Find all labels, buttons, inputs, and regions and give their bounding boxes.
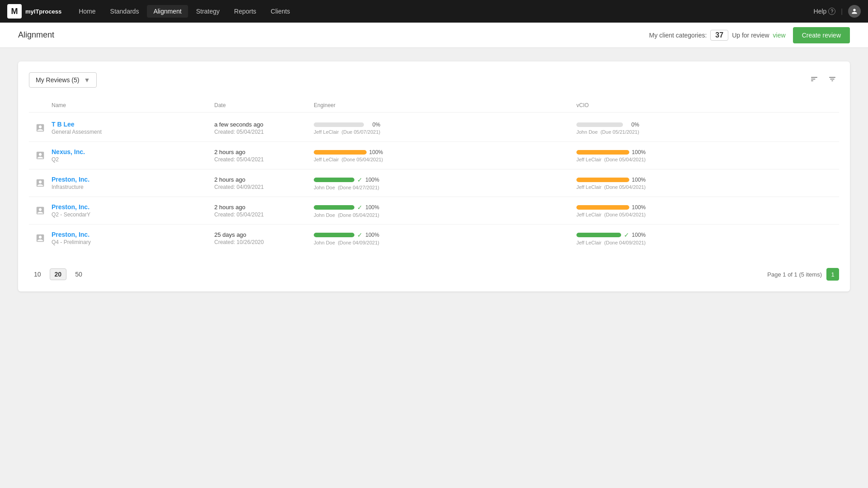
vcio-sub-label-1: Jeff LeClair (Done 05/04/2021): [576, 157, 646, 162]
vcio-sub-label-4: Jeff LeClair (Done 04/09/2021): [576, 240, 646, 245]
engineer-sub-label-1: Jeff LeClair (Done 05/04/2021): [314, 157, 383, 162]
navbar: M myITprocess Home Standards Alignment S…: [0, 0, 868, 23]
col-vcio-header: vCIO: [576, 102, 839, 108]
sort-button[interactable]: [807, 72, 821, 88]
row-date-main-3: 2 hours ago: [214, 204, 314, 211]
vcio-progress-row-1: 100%: [576, 149, 646, 155]
row-engineer-cell-3: ✓ 100% John Doe (Done 05/04/2021): [314, 204, 576, 218]
row-icon-3: [29, 206, 52, 216]
page-info-text: Page 1 of 1 (5 items): [767, 271, 822, 278]
vcio-progress-bar-wrap-2: [576, 178, 629, 182]
row-engineer-cell-0: 0% Jeff LeClair (Due 05/07/2021): [314, 122, 576, 135]
nav-alignment[interactable]: Alignment: [147, 5, 188, 18]
row-name-link-3[interactable]: Preston, Inc.: [52, 203, 214, 211]
table-row: Preston, Inc. Infrastructure 2 hours ago…: [29, 169, 839, 197]
row-name-cell-1: Nexus, Inc. Q2: [52, 148, 214, 163]
engineer-progress-row-4: ✓ 100%: [314, 231, 379, 239]
reviews-dropdown[interactable]: My Reviews (5) ▼: [29, 72, 97, 88]
engineer-progress-bar-wrap-3: [314, 205, 354, 210]
page-number-1[interactable]: 1: [826, 268, 839, 281]
engineer-progress-block-1: 100% Jeff LeClair (Done 05/04/2021): [314, 149, 383, 162]
engineer-progress-row-2: ✓ 100%: [314, 176, 379, 183]
vcio-pct-label-0: 0%: [626, 122, 639, 128]
engineer-progress-block-3: ✓ 100% John Doe (Done 05/04/2021): [314, 204, 379, 218]
row-vcio-cell-4: ✓ 100% Jeff LeClair (Done 04/09/2021): [576, 231, 839, 245]
row-name-link-1[interactable]: Nexus, Inc.: [52, 148, 214, 155]
engineer-pct-label-2: 100%: [365, 177, 379, 183]
dropdown-arrow-icon: ▼: [84, 76, 90, 84]
engineer-check-icon-3: ✓: [357, 204, 363, 211]
nav-right: Help ? |: [814, 5, 861, 18]
nav-reports[interactable]: Reports: [228, 5, 263, 18]
row-subtitle-4: Q4 - Preliminary: [52, 239, 214, 245]
nav-strategy[interactable]: Strategy: [190, 5, 226, 18]
page-header: Alignment My client categories: 37 Up fo…: [0, 23, 868, 48]
page-size-10[interactable]: 10: [29, 268, 46, 280]
row-icon-2: [29, 178, 52, 188]
engineer-sub-label-4: John Doe (Done 04/09/2021): [314, 240, 379, 245]
engineer-check-icon-2: ✓: [357, 176, 363, 183]
vcio-progress-block-4: ✓ 100% Jeff LeClair (Done 04/09/2021): [576, 231, 646, 245]
nav-home[interactable]: Home: [72, 5, 102, 18]
table-row: Preston, Inc. Q4 - Preliminary 25 days a…: [29, 225, 839, 252]
app-logo[interactable]: M myITprocess: [7, 4, 61, 19]
engineer-progress-bar-wrap-0: [314, 122, 364, 127]
vcio-progress-bar-fill-1: [576, 150, 629, 155]
nav-standards[interactable]: Standards: [104, 5, 146, 18]
vcio-progress-row-0: 0%: [576, 122, 639, 128]
client-categories-label: My client categories:: [649, 32, 707, 39]
page-info: Page 1 of 1 (5 items) 1: [767, 268, 839, 281]
vcio-progress-bar-fill-4: [576, 233, 621, 237]
row-date-created-0: Created: 05/04/2021: [214, 129, 314, 135]
header-right: My client categories: 37 Up for review v…: [649, 27, 850, 43]
client-categories: My client categories: 37 Up for review v…: [649, 30, 786, 41]
up-for-review-view-link[interactable]: view: [773, 32, 786, 39]
engineer-pct-label-4: 100%: [365, 232, 379, 238]
vcio-progress-block-1: 100% Jeff LeClair (Done 05/04/2021): [576, 149, 646, 162]
vcio-progress-bar-fill-2: [576, 178, 629, 182]
vcio-sub-label-3: Jeff LeClair (Done 05/04/2021): [576, 212, 646, 217]
create-review-button[interactable]: Create review: [793, 27, 850, 43]
user-avatar-icon[interactable]: [848, 5, 861, 18]
row-vcio-cell-2: 100% Jeff LeClair (Done 05/04/2021): [576, 177, 839, 190]
row-name-link-0[interactable]: T B Lee: [52, 121, 214, 128]
row-name-cell-0: T B Lee General Assessment: [52, 121, 214, 135]
help-circle-icon: ?: [828, 8, 835, 15]
row-name-cell-3: Preston, Inc. Q2 - SecondarY: [52, 203, 214, 218]
categories-count: 37: [710, 30, 728, 41]
nav-clients[interactable]: Clients: [264, 5, 297, 18]
engineer-pct-label-3: 100%: [365, 204, 379, 211]
filter-button[interactable]: [826, 72, 839, 88]
vcio-check-icon-4: ✓: [624, 231, 629, 239]
vcio-progress-block-0: 0% John Doe (Due 05/21/2021): [576, 122, 639, 135]
col-name-header: Name: [52, 102, 214, 108]
row-engineer-cell-4: ✓ 100% John Doe (Done 04/09/2021): [314, 231, 576, 245]
row-name-link-4[interactable]: Preston, Inc.: [52, 231, 214, 238]
help-button[interactable]: Help ?: [814, 8, 836, 15]
card-actions: [807, 72, 839, 88]
logo-m-icon: M: [11, 7, 18, 16]
col-engineer-header: Engineer: [314, 102, 576, 108]
page-size-50[interactable]: 50: [70, 268, 87, 280]
engineer-sub-label-0: Jeff LeClair (Due 05/07/2021): [314, 129, 380, 135]
row-date-main-4: 25 days ago: [214, 231, 314, 238]
engineer-sub-label-2: John Doe (Done 04/27/2021): [314, 185, 379, 190]
dropdown-label: My Reviews (5): [36, 76, 79, 84]
engineer-check-icon-4: ✓: [357, 231, 363, 239]
nav-links: Home Standards Alignment Strategy Report…: [72, 5, 813, 18]
row-name-link-2[interactable]: Preston, Inc.: [52, 176, 214, 183]
row-vcio-cell-1: 100% Jeff LeClair (Done 05/04/2021): [576, 149, 839, 162]
table-row: Nexus, Inc. Q2 2 hours ago Created: 05/0…: [29, 142, 839, 169]
row-date-cell-0: a few seconds ago Created: 05/04/2021: [214, 121, 314, 135]
vcio-progress-block-3: 100% Jeff LeClair (Done 05/04/2021): [576, 204, 646, 217]
row-icon-4: [29, 233, 52, 243]
row-date-cell-4: 25 days ago Created: 10/26/2020: [214, 231, 314, 245]
engineer-progress-block-0: 0% Jeff LeClair (Due 05/07/2021): [314, 122, 380, 135]
engineer-pct-label-0: 0%: [367, 122, 380, 128]
col-date-header: Date: [214, 102, 314, 108]
row-date-created-3: Created: 05/04/2021: [214, 211, 314, 218]
engineer-progress-block-2: ✓ 100% John Doe (Done 04/27/2021): [314, 176, 379, 190]
row-date-created-4: Created: 10/26/2020: [214, 239, 314, 245]
row-date-cell-2: 2 hours ago Created: 04/09/2021: [214, 176, 314, 190]
page-size-20[interactable]: 20: [50, 268, 67, 280]
